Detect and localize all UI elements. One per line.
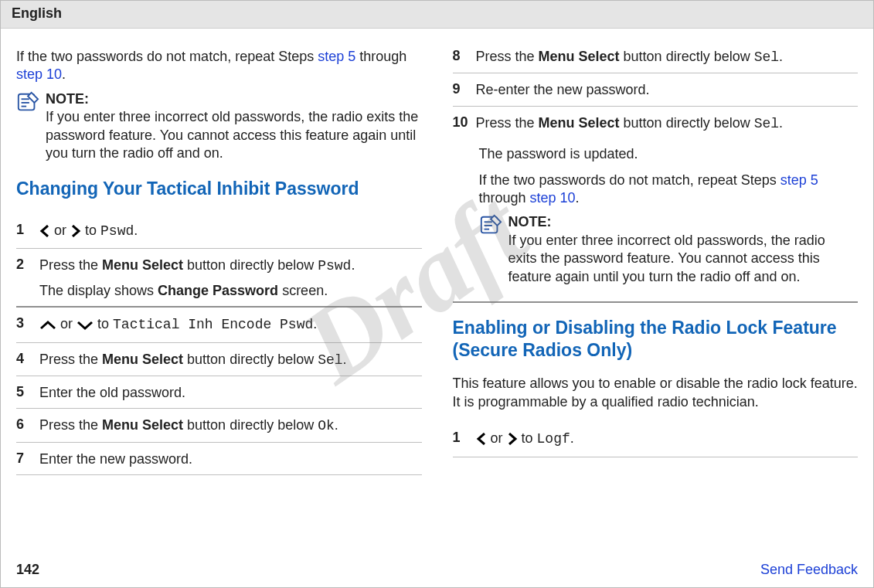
right-chevron-icon bbox=[70, 225, 81, 240]
note-text-2: If you enter three incorrect old passwor… bbox=[508, 233, 825, 284]
step-num-7: 7 bbox=[16, 450, 39, 467]
note-block-1: NOTE: If you enter three incorrect old p… bbox=[16, 90, 422, 163]
note-block-2: NOTE: If you enter three incorrect old p… bbox=[479, 213, 859, 286]
up-chevron-icon bbox=[39, 318, 56, 334]
step-num-4: 4 bbox=[16, 351, 39, 367]
footer: 142 Send Feedback bbox=[1, 559, 873, 587]
content-area: Draft If the two passwords do not match,… bbox=[1, 29, 873, 559]
step-8: 8 Press the Menu Select button directly … bbox=[453, 48, 859, 73]
link-step-5-b[interactable]: step 5 bbox=[780, 172, 818, 188]
step-num-10: 10 bbox=[453, 114, 476, 131]
step-num-9: 9 bbox=[453, 81, 476, 97]
step-num-8: 8 bbox=[453, 48, 476, 64]
step-num-6: 6 bbox=[16, 416, 39, 433]
step-7: 7 Enter the new password. bbox=[16, 443, 422, 474]
step-num-2: 2 bbox=[16, 257, 39, 273]
page-number: 142 bbox=[16, 562, 39, 578]
heading-radio-lock: Enabling or Disabling the Radio Lock Fea… bbox=[453, 317, 859, 362]
down-chevron-icon bbox=[77, 318, 94, 334]
send-feedback-link[interactable]: Send Feedback bbox=[760, 562, 858, 578]
column-left: If the two passwords do not match, repea… bbox=[16, 48, 422, 559]
step-4: 4 Press the Menu Select button directly … bbox=[16, 343, 422, 376]
step-1: 1 or to Pswd. bbox=[16, 214, 422, 248]
step-3: 3 or to Tactical Inh Encode Pswd. bbox=[16, 308, 422, 342]
step-5: 5 Enter the old password. bbox=[16, 376, 422, 408]
link-step-10-b[interactable]: step 10 bbox=[530, 190, 576, 206]
step-num-3: 3 bbox=[16, 315, 39, 331]
right-chevron-icon bbox=[507, 433, 518, 448]
step-b1: 1 or to Logf. bbox=[453, 422, 859, 456]
note-text-1: If you enter three incorrect old passwor… bbox=[46, 109, 418, 161]
note-icon bbox=[479, 213, 504, 236]
step-num-b1: 1 bbox=[453, 430, 476, 446]
step-9: 9 Re-enter the new password. bbox=[453, 73, 859, 105]
intro-paragraph: If the two passwords do not match, repea… bbox=[16, 48, 422, 84]
step-2: 2 Press the Menu Select button directly … bbox=[16, 249, 422, 306]
step-10-result-2: If the two passwords do not match, repea… bbox=[479, 172, 859, 208]
left-chevron-icon bbox=[39, 225, 50, 240]
left-chevron-icon bbox=[476, 433, 487, 448]
step-num-1: 1 bbox=[16, 222, 39, 238]
step-6: 6 Press the Menu Select button directly … bbox=[16, 409, 422, 441]
step-10: 10 Press the Menu Select button directly… bbox=[453, 107, 859, 139]
link-step-5-a[interactable]: step 5 bbox=[318, 49, 355, 64]
radio-lock-desc: This feature allows you to enable or dis… bbox=[453, 375, 859, 411]
step-num-5: 5 bbox=[16, 384, 39, 400]
column-right: 8 Press the Menu Select button directly … bbox=[453, 48, 859, 559]
page-header-lang: English bbox=[1, 1, 873, 29]
step-10-result-1: The password is updated. bbox=[479, 145, 859, 163]
heading-changing-password: Changing Your Tactical Inhibit Password bbox=[16, 178, 422, 200]
note-label-2: NOTE: bbox=[508, 213, 855, 231]
note-icon bbox=[16, 90, 41, 114]
note-label-1: NOTE: bbox=[46, 90, 422, 108]
link-step-10-a[interactable]: step 10 bbox=[16, 66, 62, 82]
